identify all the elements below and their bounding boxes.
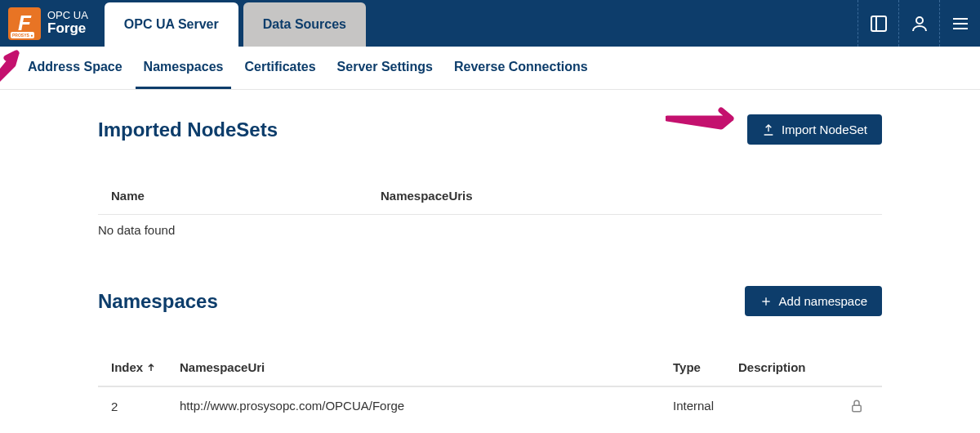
- layout-icon-button[interactable]: [858, 0, 898, 47]
- subtab-server-settings[interactable]: Server Settings: [329, 47, 441, 89]
- subtab-namespaces[interactable]: Namespaces: [136, 47, 232, 89]
- layout-icon: [869, 14, 889, 33]
- col-index-header[interactable]: Index: [111, 360, 180, 374]
- header-actions: [858, 0, 980, 47]
- imported-nodesets-table: Name NamespaceUris No data found: [98, 177, 882, 245]
- content-area: Imported NodeSets Import NodeSet Name Na…: [0, 90, 980, 425]
- app-logo-text: OPC UA Forge: [47, 10, 88, 37]
- cell-index: 2: [111, 399, 180, 413]
- subtab-reverse-connections[interactable]: Reverse Connections: [446, 47, 596, 89]
- logo-block: F PROSYS ● OPC UA Forge: [8, 7, 88, 40]
- app-header: F PROSYS ● OPC UA Forge OPC UA Server Da…: [0, 0, 980, 47]
- svg-point-2: [916, 17, 923, 24]
- col-desc-header[interactable]: Description: [738, 360, 844, 374]
- namespaces-table: Index NamespaceUri Type Description 2 ht…: [98, 349, 882, 425]
- namespaces-section: Namespaces Add namespace Index Namespace…: [98, 286, 882, 425]
- import-nodeset-button[interactable]: Import NodeSet: [747, 114, 882, 145]
- col-nsuri-header[interactable]: NamespaceUri: [180, 360, 673, 374]
- no-data-message: No data found: [98, 215, 882, 245]
- app-name-line1: OPC UA: [47, 10, 88, 21]
- svg-rect-0: [871, 16, 886, 31]
- cell-desc: [738, 399, 844, 413]
- col-lock-header: [844, 360, 869, 374]
- user-icon-button[interactable]: [898, 0, 939, 47]
- col-name-header[interactable]: Name: [111, 189, 381, 203]
- col-type-header[interactable]: Type: [673, 360, 738, 374]
- ns-table-header-row: Index NamespaceUri Type Description: [98, 349, 882, 386]
- user-icon: [910, 14, 929, 33]
- sort-asc-icon: [146, 363, 156, 373]
- lock-icon: [849, 399, 864, 413]
- app-logo: F PROSYS ●: [8, 7, 41, 40]
- col-index-label: Index: [111, 360, 143, 374]
- namespaces-title: Namespaces: [98, 290, 218, 313]
- annotation-arrow-2: [666, 105, 743, 136]
- sub-tabs: Address Space Namespaces Certificates Se…: [0, 47, 980, 90]
- table-header-row: Name NamespaceUris: [98, 177, 882, 215]
- import-nodeset-label: Import NodeSet: [782, 123, 867, 136]
- upload-icon: [762, 123, 775, 136]
- subtab-certificates[interactable]: Certificates: [236, 47, 323, 89]
- subtab-address-space[interactable]: Address Space: [20, 47, 131, 89]
- table-row[interactable]: 2 http://www.prosysopc.com/OPCUA/Forge I…: [98, 386, 882, 425]
- menu-icon-button[interactable]: [939, 0, 980, 47]
- col-nsuris-header[interactable]: NamespaceUris: [381, 189, 869, 203]
- imported-nodesets-header: Imported NodeSets Import NodeSet: [98, 114, 882, 145]
- tab-opcua-server[interactable]: OPC UA Server: [105, 2, 238, 47]
- namespaces-header: Namespaces Add namespace: [98, 286, 882, 316]
- svg-rect-8: [853, 405, 862, 412]
- cell-type: Internal: [673, 399, 738, 413]
- hamburger-icon: [951, 14, 970, 33]
- tab-data-sources[interactable]: Data Sources: [243, 2, 366, 47]
- imported-nodesets-title: Imported NodeSets: [98, 118, 278, 141]
- add-namespace-button[interactable]: Add namespace: [745, 286, 882, 316]
- plus-icon: [760, 295, 773, 308]
- cell-lock: [844, 399, 869, 413]
- logo-vendor-badge: PROSYS ●: [11, 32, 34, 38]
- main-tabs: OPC UA Server Data Sources: [105, 0, 371, 47]
- cell-nsuri: http://www.prosysopc.com/OPCUA/Forge: [180, 399, 673, 413]
- app-name-line2: Forge: [47, 21, 88, 37]
- add-namespace-label: Add namespace: [779, 294, 867, 308]
